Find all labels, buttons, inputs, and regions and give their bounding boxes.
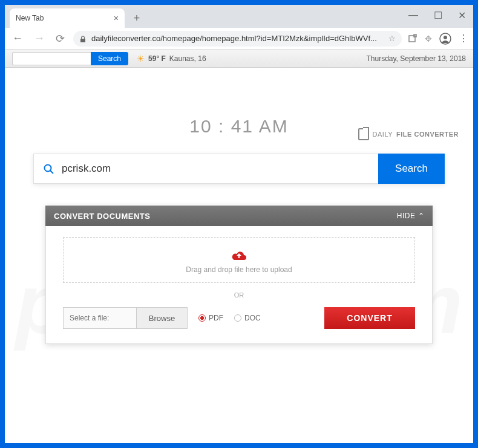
svg-line-7	[50, 170, 53, 174]
svg-point-6	[45, 164, 51, 171]
chevron-up-icon: ⌃	[418, 212, 425, 220]
radio-pdf[interactable]: PDF	[198, 314, 223, 322]
hide-toggle[interactable]: HIDE ⌃	[397, 212, 424, 220]
address-bar: ← → ⟳ dailyfileconverter.co/homepage/hom…	[5, 28, 473, 50]
weather-temp: 59° F	[148, 54, 166, 63]
radio-dot-icon	[198, 314, 206, 322]
forward-button[interactable]: →	[31, 31, 47, 46]
file-select: Browse	[63, 307, 188, 329]
page-content: pcrisk.com DAILY FILE CONVERTER 10 : 41 …	[5, 116, 473, 448]
toolbar-search-button[interactable]: Search	[91, 52, 128, 65]
cloud-upload-icon	[64, 246, 414, 263]
window-controls: — ☐ ✕	[406, 7, 468, 24]
main-search-button[interactable]: Search	[378, 154, 445, 184]
radio-pdf-label: PDF	[209, 314, 223, 322]
page-toolbar: Search ☀ 59° F Kaunas, 16 Thursday, Sept…	[5, 50, 473, 68]
hide-label: HIDE	[397, 212, 416, 220]
lock-icon	[79, 34, 87, 43]
radio-doc-label: DOC	[244, 314, 261, 322]
toolbar-search-input[interactable]	[12, 52, 91, 65]
svg-point-3	[444, 36, 447, 39]
main-search: Search	[33, 154, 445, 184]
or-divider: OR	[63, 291, 415, 299]
browse-button[interactable]: Browse	[136, 308, 187, 328]
clock-display: 10 : 41 AM	[5, 116, 473, 137]
url-field[interactable]: dailyfileconverter.co/homepage/homepage.…	[73, 31, 402, 47]
convert-title: CONVERT DOCUMENTS	[54, 212, 150, 221]
format-radios: PDF DOC	[198, 314, 261, 322]
new-tab-button[interactable]: +	[128, 10, 145, 27]
weather-location: Kaunas, 16	[169, 54, 206, 63]
main-search-input[interactable]	[62, 163, 368, 175]
convert-panel: CONVERT DOCUMENTS HIDE ⌃ Drag and drop f…	[45, 206, 433, 344]
menu-icon[interactable]: ⋮	[459, 33, 468, 44]
tab-bar: New Tab × +	[5, 5, 473, 28]
tab-title: New Tab	[16, 14, 44, 22]
reload-button[interactable]: ⟳	[53, 31, 67, 47]
weather-widget[interactable]: ☀ 59° F Kaunas, 16	[137, 54, 206, 63]
radio-dot-icon	[234, 314, 241, 322]
sun-icon: ☀	[137, 54, 145, 63]
drop-text: Drag and drop file here to upload	[64, 265, 414, 274]
extension-icon[interactable]	[408, 33, 417, 44]
minimize-icon[interactable]: —	[406, 7, 421, 24]
close-icon[interactable]: ✕	[456, 7, 468, 24]
url-text: dailyfileconverter.co/homepage/homepage.…	[91, 34, 384, 43]
drop-zone[interactable]: Drag and drop file here to upload	[63, 237, 415, 283]
convert-button[interactable]: CONVERT	[324, 307, 415, 329]
radio-doc[interactable]: DOC	[234, 314, 261, 322]
file-input[interactable]	[64, 308, 136, 328]
tab-close-icon[interactable]: ×	[114, 13, 119, 23]
convert-header: CONVERT DOCUMENTS HIDE ⌃	[45, 206, 433, 226]
profile-icon[interactable]	[439, 33, 451, 45]
back-button[interactable]: ←	[10, 31, 25, 46]
search-icon	[44, 163, 54, 175]
maximize-icon[interactable]: ☐	[431, 7, 445, 24]
browser-tab[interactable]: New Tab ×	[10, 8, 125, 28]
star-icon[interactable]: ☆	[388, 34, 396, 43]
puzzle-icon[interactable]: ✥	[425, 34, 432, 44]
date-display: Thursday, September 13, 2018	[366, 54, 466, 63]
